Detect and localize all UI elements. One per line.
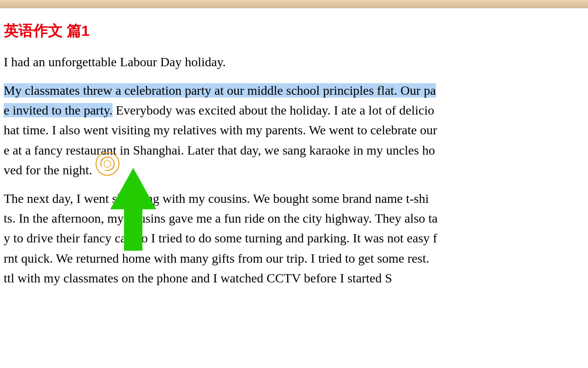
paragraph-3-line2: ts. In the afternoon, my cousins gave me… (4, 211, 438, 225)
top-image-strip (0, 0, 588, 8)
paragraph-3-line5: ttl with my classmates on the phone and … (4, 271, 392, 285)
paragraph-2-line3: hat time. I also went visiting my relati… (4, 123, 437, 137)
paragraph-2-line5: ved for the night. (4, 163, 92, 177)
paragraph-3-line4: rnt quick. We returned home with many gi… (4, 251, 429, 265)
paragraph-2-line1-highlight: My classmates threw a celebration party … (4, 83, 436, 98)
paragraph-2-line2-normal: Everybody was excited about the holiday.… (113, 103, 434, 117)
paragraph-2-line2-highlight: e invited to the party. (4, 103, 113, 117)
paragraph-3: The next day, I went shopping with my co… (4, 189, 584, 288)
page-title: 英语作文 篇1 (4, 19, 584, 43)
paragraph-1: I had an unforgettable Labour Day holida… (4, 52, 584, 72)
paragraph-1-text: I had an unforgettable Labour Day holida… (4, 55, 226, 69)
paragraph-3-line1: The next day, I went shopping with my co… (4, 191, 429, 206)
page-container: 英语作文 篇1 I had an unforgettable Labour Da… (0, 0, 588, 368)
paragraph-2: My classmates threw a celebration party … (4, 80, 584, 180)
paragraph-3-line3: y to drive their fancy car, so I tried t… (4, 231, 437, 245)
paragraph-2-line4: e at a fancy restaurant in Shanghai. Lat… (4, 143, 435, 157)
